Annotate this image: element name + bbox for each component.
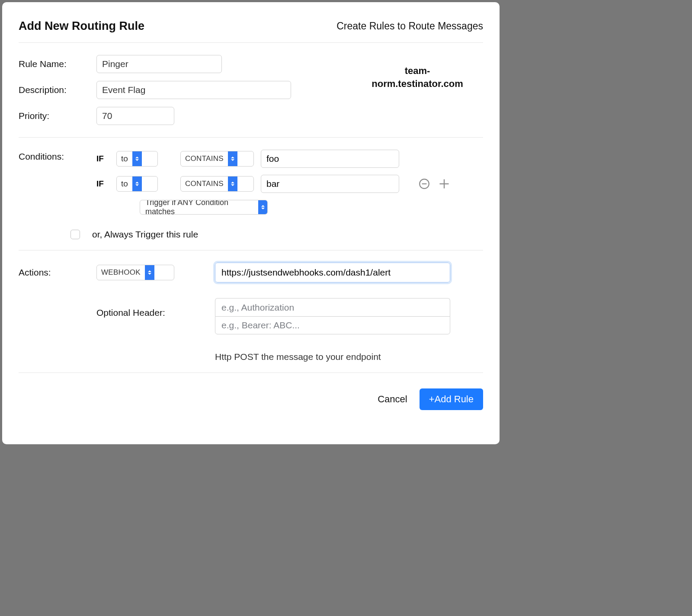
always-trigger-checkbox[interactable] [70, 230, 80, 239]
actions-section: Actions: WEBHOOK Optional Header: Http P… [19, 261, 483, 373]
action-type-select[interactable]: WEBHOOK [96, 265, 174, 280]
select-caret-icon [132, 176, 142, 191]
actions-label: Actions: [19, 267, 96, 278]
select-caret-icon [228, 176, 237, 191]
target-domain: team-norm.testinator.com [361, 64, 474, 90]
modal-footer: Cancel +Add Rule [19, 388, 483, 410]
optional-header-name-input[interactable] [215, 298, 450, 316]
optional-header-label: Optional Header: [96, 298, 215, 318]
condition-operator-select[interactable]: CONTAINS [180, 151, 254, 167]
description-label: Description: [19, 85, 96, 95]
condition-row: IF to CONTAINS [96, 150, 483, 168]
condition-field-select[interactable]: to [116, 151, 158, 167]
rule-name-input[interactable] [96, 55, 222, 73]
modal-header: Add New Routing Rule Create Rules to Rou… [19, 19, 483, 43]
condition-operator-value: CONTAINS [181, 180, 228, 188]
condition-value-input[interactable] [261, 175, 399, 193]
conditions-section: Conditions: IF to CONTAINS IF [19, 148, 483, 250]
modal-title: Add New Routing Rule [19, 19, 144, 33]
priority-label: Priority: [19, 111, 96, 121]
webhook-url-input[interactable] [215, 263, 450, 282]
select-caret-icon [258, 200, 267, 214]
condition-field-value: to [117, 179, 132, 189]
condition-field-select[interactable]: to [116, 176, 158, 192]
modal-subtitle: Create Rules to Route Messages [336, 20, 483, 32]
description-input[interactable] [96, 81, 291, 99]
add-routing-rule-modal: Add New Routing Rule Create Rules to Rou… [2, 2, 500, 444]
add-condition-button[interactable] [438, 178, 450, 190]
if-label: IF [96, 179, 109, 189]
add-rule-button[interactable]: +Add Rule [420, 388, 483, 410]
select-caret-icon [145, 265, 154, 280]
condition-field-value: to [117, 154, 132, 164]
action-type-value: WEBHOOK [97, 268, 145, 277]
match-mode-value: Trigger if ANY Condition matches [140, 200, 258, 215]
conditions-label: Conditions: [19, 150, 96, 215]
action-hint: Http POST the message to your endpoint [215, 352, 483, 362]
priority-input[interactable] [96, 107, 174, 125]
condition-value-input[interactable] [261, 150, 399, 168]
condition-row: IF to CONTAINS [96, 175, 483, 193]
select-caret-icon [228, 151, 237, 166]
rule-name-label: Rule Name: [19, 59, 96, 69]
minus-circle-icon [419, 178, 430, 189]
select-caret-icon [132, 151, 142, 166]
match-mode-select[interactable]: Trigger if ANY Condition matches [140, 200, 268, 215]
always-trigger-label: or, Always Trigger this rule [92, 229, 198, 240]
cancel-button[interactable]: Cancel [378, 394, 407, 405]
remove-condition-button[interactable] [418, 178, 430, 190]
plus-icon [438, 178, 450, 190]
condition-operator-value: CONTAINS [181, 154, 228, 163]
if-label: IF [96, 154, 109, 164]
condition-operator-select[interactable]: CONTAINS [180, 176, 254, 192]
optional-header-value-input[interactable] [215, 316, 450, 334]
